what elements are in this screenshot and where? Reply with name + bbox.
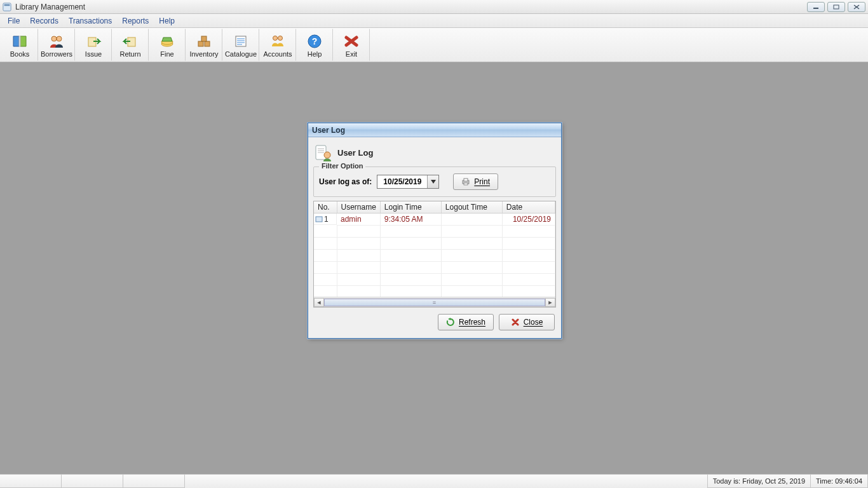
- toolbar-exit[interactable]: Exit: [333, 29, 370, 61]
- issue-icon: [85, 33, 102, 50]
- grid-row-empty: .: [314, 226, 555, 238]
- grid-header-row: No. Username Login Time Logout Time Date: [314, 201, 555, 214]
- svg-rect-32: [464, 183, 468, 185]
- print-label: Print: [474, 177, 490, 186]
- menu-transactions[interactable]: Transactions: [64, 15, 117, 27]
- date-dropdown-button[interactable]: [427, 175, 438, 188]
- cell-username: admin: [337, 214, 380, 226]
- cell-logout: [441, 214, 502, 226]
- close-icon: [511, 318, 520, 327]
- status-cell: [123, 475, 185, 488]
- money-icon: [158, 33, 176, 50]
- close-dialog-button[interactable]: Close: [499, 314, 555, 330]
- row-icon: [315, 215, 323, 223]
- window-title: Library Management: [15, 3, 807, 11]
- col-logout[interactable]: Logout Time: [441, 201, 502, 214]
- titlebar: Library Management: [0, 0, 868, 14]
- refresh-button[interactable]: Refresh: [438, 314, 494, 330]
- people-icon: [48, 33, 65, 50]
- close-label: Close: [524, 318, 543, 327]
- filter-groupbox: Filter Option User log as of: Print: [313, 166, 556, 197]
- close-button[interactable]: [848, 2, 865, 12]
- toolbar-borrowers[interactable]: Borrowers: [38, 29, 75, 61]
- toolbar-return[interactable]: Return: [112, 29, 149, 61]
- user-log-dialog: User Log User Log Filter Option User log…: [308, 123, 562, 339]
- grid-row-empty: .: [314, 285, 555, 297]
- col-date[interactable]: Date: [502, 201, 555, 214]
- toolbar-issue[interactable]: Issue: [75, 29, 112, 61]
- dialog-title: User Log: [312, 126, 345, 135]
- svg-rect-1: [4, 4, 10, 6]
- svg-rect-13: [205, 41, 210, 46]
- boxes-icon: [195, 33, 213, 50]
- toolbar-label: Borrowers: [41, 50, 72, 58]
- svg-marker-34: [448, 318, 451, 320]
- svg-point-21: [278, 36, 283, 41]
- toolbar: Books Borrowers Issue Return Fine Invent…: [0, 28, 868, 62]
- mdi-area: User Log User Log Filter Option User log…: [0, 62, 868, 474]
- date-input[interactable]: [377, 175, 427, 188]
- app-icon: [3, 3, 11, 11]
- status-cell: [0, 475, 62, 488]
- toolbar-label: Return: [119, 50, 140, 58]
- toolbar-label: Fine: [160, 50, 173, 58]
- toolbar-books[interactable]: Books: [1, 29, 38, 61]
- print-button[interactable]: Print: [453, 173, 498, 190]
- toolbar-label: Catalogue: [225, 50, 257, 58]
- minimize-button[interactable]: [807, 2, 825, 12]
- toolbar-fine[interactable]: Fine: [149, 29, 186, 61]
- dialog-titlebar[interactable]: User Log: [308, 123, 561, 137]
- maximize-button[interactable]: [827, 2, 845, 12]
- svg-point-28: [324, 152, 330, 158]
- status-cell: [61, 475, 123, 488]
- svg-marker-29: [431, 180, 436, 184]
- svg-rect-3: [834, 5, 839, 9]
- status-today: Today is: Friday, Oct 25, 2019: [707, 475, 811, 488]
- statusbar: Today is: Friday, Oct 25, 2019 Time: 09:…: [0, 474, 868, 488]
- toolbar-label: Issue: [85, 50, 102, 58]
- toolbar-label: Inventory: [189, 50, 218, 58]
- menu-reports[interactable]: Reports: [117, 15, 154, 27]
- svg-rect-33: [316, 217, 322, 222]
- status-time: Time: 09:46:04: [810, 475, 868, 488]
- date-input-wrapper: [377, 175, 439, 189]
- filter-label: User log as of:: [319, 177, 372, 186]
- toolbar-label: Help: [308, 50, 322, 58]
- toolbar-help[interactable]: ? Help: [296, 29, 333, 61]
- book-icon: [11, 33, 29, 50]
- svg-rect-14: [201, 36, 207, 41]
- catalog-icon: [232, 33, 250, 50]
- toolbar-label: Books: [10, 50, 30, 58]
- toolbar-catalogue[interactable]: Catalogue: [222, 29, 259, 61]
- svg-rect-12: [198, 41, 203, 46]
- scroll-thumb[interactable]: ≡: [324, 299, 545, 306]
- menubar: File Records Transactions Reports Help: [0, 14, 868, 28]
- scroll-right-button[interactable]: ►: [545, 298, 555, 307]
- accounts-icon: [269, 33, 287, 50]
- toolbar-accounts[interactable]: Accounts: [259, 29, 296, 61]
- grid-row[interactable]: 1 admin 9:34:05 AM 10/25/2019: [314, 214, 555, 226]
- menu-records[interactable]: Records: [25, 15, 64, 27]
- col-no[interactable]: No.: [314, 201, 337, 214]
- cell-login: 9:34:05 AM: [380, 214, 441, 226]
- svg-rect-15: [236, 36, 246, 46]
- grid-row-empty: .: [314, 249, 555, 261]
- scroll-left-button[interactable]: ◄: [314, 298, 324, 307]
- svg-point-7: [57, 36, 62, 41]
- return-icon: [121, 33, 139, 50]
- menu-help[interactable]: Help: [154, 15, 180, 27]
- cell-no: 1: [314, 214, 337, 225]
- exit-icon: [342, 33, 360, 50]
- grid-row-empty: .: [314, 261, 555, 273]
- svg-point-6: [51, 36, 57, 41]
- col-login[interactable]: Login Time: [380, 201, 441, 214]
- refresh-label: Refresh: [459, 318, 485, 327]
- cell-date: 10/25/2019: [502, 214, 555, 226]
- horizontal-scrollbar[interactable]: ◄ ≡ ►: [314, 297, 555, 307]
- log-grid: No. Username Login Time Logout Time Date…: [313, 201, 556, 308]
- menu-file[interactable]: File: [3, 15, 25, 27]
- toolbar-inventory[interactable]: Inventory: [186, 29, 222, 61]
- col-username[interactable]: Username: [337, 201, 380, 214]
- scroll-track[interactable]: ≡: [324, 298, 545, 307]
- grid-row-empty: .: [314, 237, 555, 249]
